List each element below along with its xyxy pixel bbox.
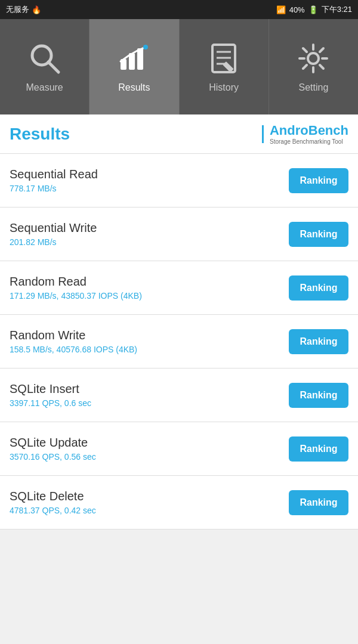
benchmark-info-1: Sequential Write 201.82 MB/s	[10, 221, 289, 247]
battery-percent: 40%	[289, 5, 305, 14]
benchmark-info-6: SQLite Delete 4781.37 QPS, 0.42 sec	[10, 490, 289, 515]
benchmark-name-5: SQLite Update	[10, 436, 289, 450]
benchmark-value-6: 4781.37 QPS, 0.42 sec	[10, 506, 289, 515]
ranking-button-5[interactable]: Ranking	[289, 436, 348, 462]
results-title: Results	[10, 125, 70, 144]
brand-name-part1: Andro	[270, 123, 308, 138]
tab-measure[interactable]: Measure	[0, 19, 90, 114]
wifi-icon: 📶	[276, 5, 286, 14]
ranking-button-6[interactable]: Ranking	[289, 490, 348, 515]
brand-sub: Storage Benchmarking Tool	[270, 138, 348, 145]
benchmark-list: Sequential Read 778.17 MB/s Ranking Sequ…	[0, 154, 358, 530]
benchmark-value-2: 171.29 MB/s, 43850.37 IOPS (4KB)	[10, 291, 289, 301]
tab-setting-label: Setting	[298, 82, 328, 93]
benchmark-info-0: Sequential Read 778.17 MB/s	[10, 168, 289, 193]
svg-point-5	[143, 45, 148, 49]
ranking-button-1[interactable]: Ranking	[289, 222, 348, 247]
benchmark-item: SQLite Update 3570.16 QPS, 0.56 sec Rank…	[0, 422, 358, 476]
ranking-button-4[interactable]: Ranking	[289, 383, 348, 408]
benchmark-item: Sequential Read 778.17 MB/s Ranking	[0, 154, 358, 208]
status-left: 无服务 🔥	[6, 4, 41, 15]
tab-setting[interactable]: Setting	[269, 19, 358, 114]
svg-line-17	[320, 65, 323, 69]
status-bar: 无服务 🔥 📶 40% 🔋 下午3:21	[0, 0, 358, 19]
time-display: 下午3:21	[322, 4, 352, 15]
status-right: 📶 40% 🔋 下午3:21	[276, 4, 352, 15]
benchmark-value-5: 3570.16 QPS, 0.56 sec	[10, 452, 289, 462]
benchmark-name-4: SQLite Insert	[10, 382, 289, 396]
brand-divider	[262, 125, 264, 143]
fire-icon: 🔥	[32, 5, 41, 14]
benchmark-item: Random Write 158.5 MB/s, 40576.68 IOPS (…	[0, 315, 358, 369]
brand-logo: AndroBench Storage Benchmarking Tool	[262, 123, 348, 145]
measure-icon	[27, 41, 63, 76]
benchmark-value-0: 778.17 MB/s	[10, 184, 289, 193]
brand-name-part2: Bench	[308, 123, 348, 138]
svg-line-16	[303, 48, 307, 52]
benchmark-name-3: Random Write	[10, 329, 289, 342]
benchmark-value-3: 158.5 MB/s, 40576.68 IOPS (4KB)	[10, 345, 289, 354]
tab-history[interactable]: History	[180, 19, 269, 114]
tab-results[interactable]: Results	[90, 19, 179, 114]
benchmark-item: Random Read 171.29 MB/s, 43850.37 IOPS (…	[0, 261, 358, 315]
nav-tabs: Measure Results	[0, 19, 358, 114]
benchmark-item: SQLite Delete 4781.37 QPS, 0.42 sec Rank…	[0, 476, 358, 530]
benchmark-info-4: SQLite Insert 3397.11 QPS, 0.6 sec	[10, 382, 289, 408]
benchmark-item: SQLite Insert 3397.11 QPS, 0.6 sec Ranki…	[0, 369, 358, 422]
battery-icon: 🔋	[308, 5, 318, 14]
benchmark-info-5: SQLite Update 3570.16 QPS, 0.56 sec	[10, 436, 289, 462]
svg-line-19	[303, 65, 307, 69]
svg-line-18	[320, 48, 323, 52]
svg-point-11	[308, 53, 319, 64]
tab-history-label: History	[209, 82, 239, 93]
setting-icon	[295, 41, 331, 76]
ranking-button-0[interactable]: Ranking	[289, 168, 348, 193]
tab-measure-label: Measure	[26, 82, 63, 93]
svg-rect-4	[137, 48, 143, 70]
history-icon	[206, 41, 242, 76]
benchmark-name-2: Random Read	[10, 275, 289, 289]
svg-line-1	[48, 62, 58, 72]
benchmark-name-0: Sequential Read	[10, 168, 289, 181]
ranking-button-3[interactable]: Ranking	[289, 329, 348, 354]
tab-results-label: Results	[118, 82, 150, 93]
ranking-button-2[interactable]: Ranking	[289, 275, 348, 301]
benchmark-info-3: Random Write 158.5 MB/s, 40576.68 IOPS (…	[10, 329, 289, 354]
benchmark-value-1: 201.82 MB/s	[10, 237, 289, 247]
service-label: 无服务	[6, 4, 29, 15]
results-header: Results AndroBench Storage Benchmarking …	[0, 114, 358, 154]
results-icon	[116, 41, 152, 76]
brand-name: AndroBench	[270, 123, 348, 138]
benchmark-item: Sequential Write 201.82 MB/s Ranking	[0, 208, 358, 261]
benchmark-info-2: Random Read 171.29 MB/s, 43850.37 IOPS (…	[10, 275, 289, 301]
benchmark-name-1: Sequential Write	[10, 221, 289, 235]
benchmark-value-4: 3397.11 QPS, 0.6 sec	[10, 398, 289, 408]
benchmark-name-6: SQLite Delete	[10, 490, 289, 503]
brand-bar: AndroBench Storage Benchmarking Tool	[262, 123, 348, 145]
